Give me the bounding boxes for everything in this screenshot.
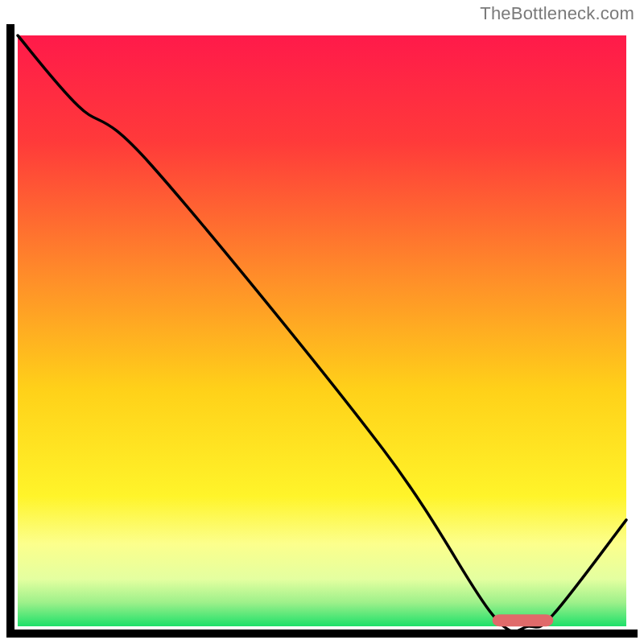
optimal-zone-marker <box>493 614 554 626</box>
bottleneck-chart <box>0 0 644 644</box>
attribution-label: TheBottleneck.com <box>480 3 634 24</box>
chart-container: TheBottleneck.com <box>0 0 644 644</box>
